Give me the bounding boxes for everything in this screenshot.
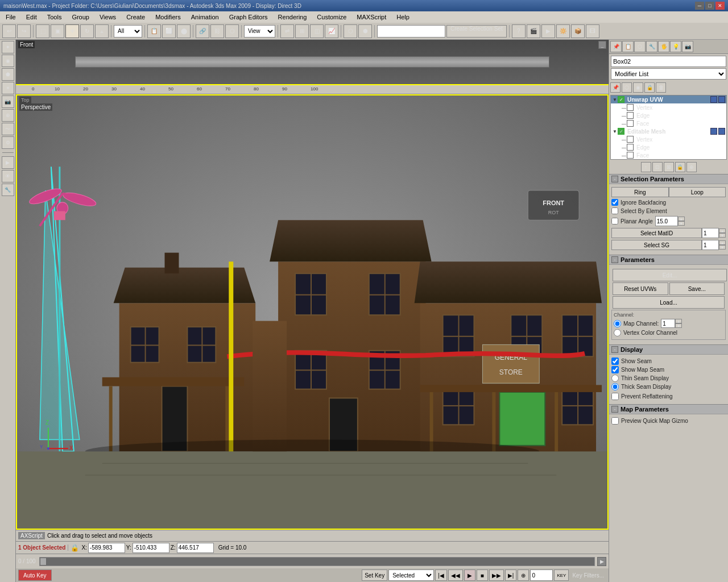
close-button[interactable]: ✕ [715, 2, 725, 10]
redo-button[interactable]: ↪ [17, 24, 31, 38]
vertex-color-radio[interactable] [614, 329, 621, 336]
nav-icon-5[interactable]: ⊕ [686, 162, 697, 172]
menu-customize[interactable]: Customize [312, 13, 351, 22]
sg-up[interactable]: ▲ [719, 240, 726, 245]
show-seam-check[interactable] [611, 357, 619, 365]
set-key-button[interactable]: Set Key [362, 569, 387, 581]
menu-file[interactable]: File [1, 13, 20, 22]
next-frame-button[interactable]: ▶| [505, 569, 517, 581]
key-mode-button[interactable]: KEY [554, 569, 569, 581]
checkbox-face-mesh[interactable] [627, 152, 634, 159]
thick-seam-radio[interactable] [611, 383, 619, 390]
checkbox-edge-uvw[interactable] [627, 112, 634, 119]
selected-select[interactable]: Selected [388, 569, 434, 581]
menu-create[interactable]: Create [122, 13, 150, 22]
planar-angle-check[interactable] [611, 218, 618, 225]
menu-maxscript[interactable]: MAXScript [352, 13, 391, 22]
material-editor-button[interactable]: ⬢ [358, 24, 372, 38]
select-region-button[interactable]: ▣ [51, 24, 64, 38]
reset-uvws-button[interactable]: Reset UVWs [613, 282, 668, 295]
checkbox-edge-mesh[interactable] [627, 144, 634, 151]
panel-icon-4[interactable]: 🔧 [646, 41, 657, 52]
menu-views[interactable]: Views [95, 13, 121, 22]
modifier-editable-mesh[interactable]: ▼ ✓ Editable Mesh [611, 127, 726, 135]
select-object-button[interactable]: ⬚ [36, 24, 49, 38]
bind-button[interactable]: ⬡ [225, 24, 239, 38]
layer-button[interactable]: ◫ [310, 24, 324, 38]
pin-icon[interactable]: 📌 [610, 82, 621, 93]
show-end-icon[interactable]: ⬡ [622, 82, 632, 93]
sel-params-collapse[interactable]: - [611, 176, 618, 182]
expand-editable-mesh[interactable]: ▼ [612, 128, 618, 134]
map-channel-input[interactable] [661, 319, 675, 328]
loop-button[interactable]: Loop [669, 187, 726, 197]
menu-graph-editors[interactable]: Graph Editors [225, 13, 272, 22]
play-button[interactable]: ▶ [464, 569, 475, 581]
maximize-button[interactable]: □ [705, 2, 714, 10]
map-params-header[interactable]: - Map Parameters [609, 404, 728, 414]
show-result-icon[interactable]: ◉ [633, 82, 643, 93]
display-collapse[interactable]: - [611, 346, 618, 353]
minimize-button[interactable]: ─ [695, 2, 704, 10]
panel-icon-1[interactable]: 📌 [610, 41, 622, 52]
select-sg-button[interactable]: Select SG [611, 240, 702, 250]
next-key-button[interactable]: ▶▶ [489, 569, 504, 581]
geometry-btn[interactable]: ◉ [2, 55, 14, 67]
selection-set-input[interactable] [377, 25, 445, 38]
panel-icon-2[interactable]: 📋 [622, 41, 634, 52]
panel-icon-5[interactable]: 🖐 [658, 41, 669, 52]
create-selection-set-button[interactable]: Create Selection Set [446, 25, 507, 38]
circle-select-button[interactable]: ⬤ [177, 24, 191, 38]
helpers-btn[interactable]: ⊕ [2, 109, 14, 122]
matid-input[interactable] [702, 228, 719, 238]
nav-icon-3[interactable]: ⊠ [664, 162, 674, 172]
menu-animation[interactable]: Animation [187, 13, 224, 22]
activeshade-button[interactable]: 🔆 [556, 24, 570, 38]
menu-modifiers[interactable]: Modifiers [151, 13, 185, 22]
selection-params-header[interactable]: - Selection Parameters [609, 174, 728, 184]
filter-select[interactable]: All [114, 25, 142, 38]
systems-btn[interactable]: ⚙ [2, 136, 14, 149]
modifier-edge-uvw[interactable]: — Edge [620, 111, 726, 119]
sg-down[interactable]: ▼ [719, 245, 726, 250]
nav-icon-2[interactable]: ⊡ [652, 162, 663, 172]
planar-down[interactable]: ▼ [678, 221, 685, 226]
select-move-button[interactable]: ✛ [65, 24, 79, 38]
map-ch-up[interactable]: ▲ [675, 319, 682, 323]
map-params-collapse[interactable]: - [611, 406, 618, 413]
modifier-vertex-uvw[interactable]: — Vertex [620, 103, 726, 111]
modifier-vertex-mesh[interactable]: — Vertex [620, 135, 726, 143]
lights-btn[interactable]: ☀ [2, 82, 14, 94]
schematic-button[interactable]: ⬡ [344, 24, 357, 38]
link-button[interactable]: 🔗 [196, 24, 209, 38]
menu-group[interactable]: Group [67, 13, 94, 22]
map-ch-down[interactable]: ▼ [675, 323, 682, 328]
spacewarps-btn[interactable]: 〜 [2, 123, 14, 135]
map-channel-radio[interactable] [614, 320, 621, 327]
select-matid-button[interactable]: Select MatID [611, 228, 702, 238]
menu-edit[interactable]: Edit [22, 13, 42, 22]
mirror-button[interactable]: ⇌ [280, 24, 294, 38]
y-coord-input[interactable] [133, 543, 169, 553]
align-button[interactable]: ⊞ [295, 24, 309, 38]
create-tab[interactable]: ✦ [2, 41, 14, 53]
expand-unwrap[interactable]: ▼ [612, 97, 618, 102]
help-button[interactable]: ? [512, 24, 526, 38]
parameters-header[interactable]: - Parameters [609, 255, 728, 265]
x-coord-input[interactable] [88, 543, 125, 553]
display-btn[interactable]: 👁 [2, 170, 14, 182]
prev-key-button[interactable]: ◀◀ [448, 569, 463, 581]
cameras-btn[interactable]: 📷 [2, 95, 14, 108]
save-button[interactable]: Save... [669, 282, 725, 295]
render-button[interactable]: ▶ [541, 24, 555, 38]
scale-button[interactable]: ⟁ [95, 24, 109, 38]
frame-input[interactable] [530, 569, 553, 581]
params-collapse[interactable]: - [611, 256, 618, 263]
checkbox-vertex-mesh[interactable] [627, 136, 634, 143]
lock-icon[interactable]: 🔒 [71, 544, 79, 552]
motion-btn[interactable]: ▶ [2, 156, 14, 169]
render-type-button[interactable]: 📦 [571, 24, 585, 38]
checkbox-vertex-uvw[interactable] [627, 104, 634, 111]
shapes-btn[interactable]: ⬟ [2, 68, 14, 81]
edit-button[interactable]: Edit... [613, 269, 727, 281]
